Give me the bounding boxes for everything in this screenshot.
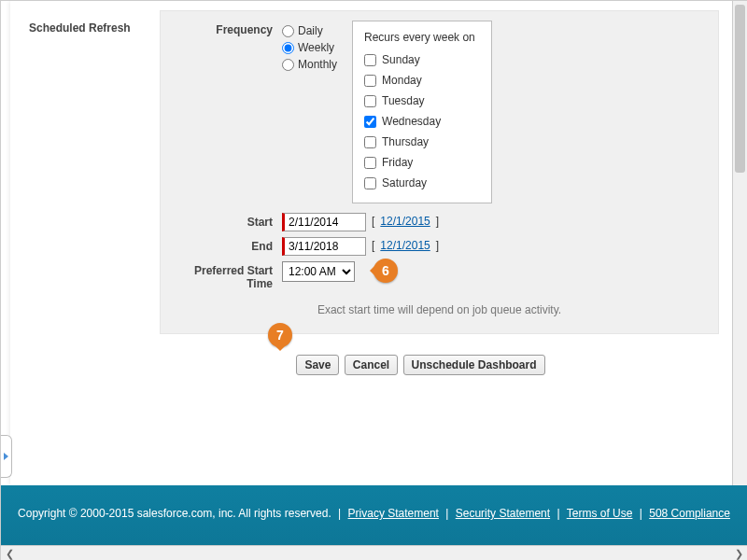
- unschedule-dashboard-button[interactable]: Unschedule Dashboard: [403, 355, 545, 375]
- end-date-input[interactable]: [282, 237, 366, 256]
- frequency-option-monthly[interactable]: Monthly: [282, 58, 337, 71]
- vertical-scrollbar[interactable]: [732, 1, 747, 485]
- preferred-start-time-select[interactable]: 12:00 AM: [282, 261, 355, 282]
- save-button[interactable]: Save: [296, 355, 339, 375]
- footer-copyright: Copyright © 2000-2015 salesforce.com, in…: [18, 507, 331, 520]
- preferred-start-time-label: Preferred Start Time: [170, 261, 282, 290]
- footer-privacy-link[interactable]: Privacy Statement: [348, 507, 439, 520]
- start-date-input[interactable]: [282, 213, 366, 231]
- checkbox-tuesday[interactable]: [364, 95, 376, 107]
- footer-508-link[interactable]: 508 Compliance: [649, 507, 730, 520]
- cancel-button[interactable]: Cancel: [345, 355, 398, 375]
- radio-monthly[interactable]: [282, 59, 294, 71]
- scroll-left-icon[interactable]: ❮: [3, 548, 16, 559]
- button-bar: 7 Save Cancel Unschedule Dashboard: [122, 355, 719, 375]
- scroll-right-icon[interactable]: ❯: [732, 548, 745, 559]
- day-friday[interactable]: Friday: [364, 152, 476, 173]
- footer-security-link[interactable]: Security Statement: [456, 507, 550, 520]
- day-tuesday[interactable]: Tuesday: [364, 91, 476, 111]
- left-expand-tab[interactable]: [1, 435, 12, 478]
- section-title: Scheduled Refresh: [29, 10, 160, 334]
- radio-weekly[interactable]: [282, 42, 294, 54]
- day-saturday[interactable]: Saturday: [364, 173, 476, 193]
- day-thursday[interactable]: Thursday: [364, 132, 476, 152]
- start-label: Start: [170, 213, 282, 229]
- checkbox-friday[interactable]: [364, 157, 376, 169]
- checkbox-sunday[interactable]: [364, 54, 376, 66]
- scrollbar-thumb[interactable]: [735, 5, 745, 173]
- note-text: Exact start time will depend on job queu…: [170, 303, 709, 316]
- frequency-option-daily[interactable]: Daily: [282, 24, 337, 37]
- frequency-option-weekly[interactable]: Weekly: [282, 41, 337, 54]
- footer-terms-link[interactable]: Terms of Use: [567, 507, 633, 520]
- checkbox-monday[interactable]: [364, 75, 376, 87]
- horizontal-scrollbar[interactable]: ❮ ❯: [1, 545, 747, 560]
- end-date-hint-link[interactable]: 12/1/2015: [380, 237, 430, 252]
- recurs-title: Recurs every week on: [364, 31, 476, 44]
- callout-6: 6: [374, 259, 398, 283]
- checkbox-wednesday[interactable]: [364, 116, 376, 128]
- checkbox-thursday[interactable]: [364, 136, 376, 148]
- start-date-hint-link[interactable]: 12/1/2015: [380, 213, 430, 228]
- day-sunday[interactable]: Sunday: [364, 49, 476, 70]
- frequency-label: Frequency: [170, 21, 282, 36]
- checkbox-saturday[interactable]: [364, 177, 376, 189]
- day-monday[interactable]: Monday: [364, 70, 476, 91]
- day-wednesday[interactable]: Wednesday: [364, 111, 476, 132]
- main-panel: Scheduled Refresh Frequency Daily Week: [10, 1, 738, 485]
- end-label: End: [170, 237, 282, 253]
- section-body: Frequency Daily Weekly: [160, 10, 719, 334]
- frequency-radio-group: Daily Weekly Monthly: [282, 24, 337, 71]
- recurs-box: Recurs every week on Sunday Monday Tuesd…: [352, 21, 492, 203]
- radio-daily[interactable]: [282, 25, 294, 37]
